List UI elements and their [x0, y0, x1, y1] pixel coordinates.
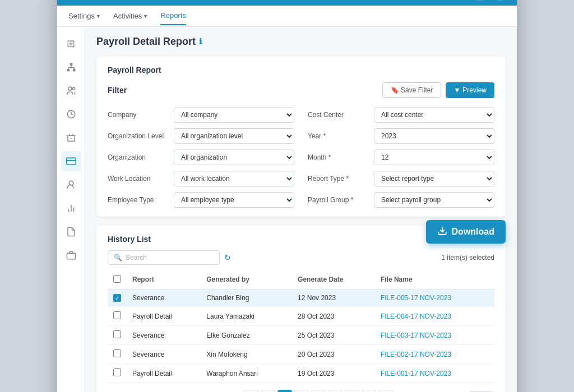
row-checkbox[interactable] — [113, 349, 121, 357]
history-header: History List Download — [108, 235, 494, 244]
row-generate-date: 25 Oct 2023 — [292, 326, 375, 345]
sidebar-item-dashboard[interactable]: ⊞ — [61, 34, 81, 54]
filter-label: Filter — [108, 86, 127, 95]
save-filter-button[interactable]: 🔖 Save Filter — [382, 82, 442, 98]
chevron-down-icon: ▾ — [144, 13, 147, 19]
payroll-group-select[interactable]: Select payroll group — [374, 192, 494, 208]
content-area: Payroll Detail Report ℹ Payroll Report F… — [85, 27, 517, 392]
table-row: Payroll Detail Waraphon Ansari 19 Oct 20… — [108, 364, 494, 383]
row-file-name[interactable]: FILE-001-17 NOV-2023 — [375, 364, 494, 383]
navbar-right: PT Linov Rokat Prestas ▾ EN ▾ 🔔 👤 — [359, 0, 508, 1]
employee-type-select[interactable]: All employee type — [174, 192, 294, 208]
select-all-checkbox[interactable] — [113, 275, 121, 283]
filter-org-level: Organization Level All organization leve… — [108, 128, 294, 144]
work-location-select[interactable]: All work location — [174, 171, 294, 186]
cost-center-select[interactable]: All cost center — [374, 107, 494, 123]
select-all-header — [108, 270, 127, 290]
page-prev-button[interactable]: ‹ — [261, 390, 275, 392]
preview-button[interactable]: ▼ Preview — [446, 82, 494, 98]
info-icon[interactable]: ℹ — [199, 37, 202, 46]
subnav-settings[interactable]: Settings ▾ — [68, 7, 100, 25]
row-report: Severance — [127, 289, 201, 307]
main-layout: ⊞ — [57, 27, 517, 392]
search-row: 🔍 ↻ 1 item(s) selected — [108, 250, 494, 265]
filter-organization: Organization All organization — [108, 150, 294, 165]
sidebar-item-attendance[interactable] — [61, 128, 81, 148]
sidebar-item-payroll[interactable] — [61, 151, 81, 171]
row-generated-by: Xin Mofokeng — [201, 345, 292, 364]
row-generated-by: Waraphon Ansari — [201, 364, 292, 383]
history-title: History List — [108, 235, 151, 244]
filter-cost-center: Cost Center All cost center — [308, 107, 494, 123]
row-generated-by: Laura Yamazaki — [201, 307, 292, 326]
download-button[interactable]: Download — [426, 220, 506, 244]
row-report: Severance — [127, 345, 201, 364]
svg-point-7 — [68, 87, 71, 90]
org-level-select[interactable]: All organization level — [174, 128, 294, 144]
filter-icon: ▼ — [453, 86, 460, 94]
page-last-button[interactable]: » — [378, 390, 393, 392]
sidebar-item-organization[interactable] — [61, 57, 81, 77]
sidebar-item-documents[interactable] — [61, 222, 81, 242]
page-next-button[interactable]: › — [362, 390, 376, 392]
table-row: Payroll Detail Laura Yamazaki 28 Oct 202… — [108, 307, 494, 326]
history-table: Report Generated by Generate Date File N… — [108, 270, 494, 384]
row-checkbox[interactable] — [113, 311, 121, 319]
sidebar-item-time[interactable] — [61, 104, 81, 124]
notifications-button[interactable]: 🔔 — [472, 0, 488, 1]
row-generate-date: 20 Oct 2023 — [292, 345, 375, 364]
row-checkbox-cell — [108, 364, 127, 383]
page-5-button[interactable]: 5 — [345, 390, 359, 392]
page-4-button[interactable]: 4 — [328, 390, 342, 392]
row-file-name[interactable]: FILE-004-17 NOV-2023 — [375, 307, 494, 326]
year-select[interactable]: 202320222021 — [374, 128, 494, 144]
row-checkbox[interactable] — [113, 368, 121, 376]
filter-grid: Company All company Cost Center All cost… — [108, 107, 494, 208]
sidebar-item-loans[interactable] — [61, 245, 81, 265]
filter-report-type: Report Type * Select report type — [308, 171, 494, 186]
page-2-button[interactable]: 2 — [294, 390, 309, 392]
sub-navbar: Settings ▾ Activities ▾ Reports — [57, 6, 517, 27]
subnav-activities[interactable]: Activities ▾ — [113, 7, 147, 25]
table-row: ✓ Severance Chandler Bing 12 Nov 2023 FI… — [108, 289, 494, 307]
row-file-name[interactable]: FILE-003-17 NOV-2023 — [375, 326, 494, 345]
svg-rect-0 — [70, 63, 72, 66]
sidebar: ⊞ — [57, 27, 85, 392]
report-type-select[interactable]: Select report type — [374, 171, 494, 186]
row-generated-by: Elke Gonzalez — [201, 326, 292, 345]
search-icon: 🔍 — [114, 254, 122, 262]
col-generate-date: Generate Date — [292, 270, 375, 290]
row-generated-by: Chandler Bing — [201, 289, 292, 307]
sidebar-item-recruitment[interactable] — [61, 175, 81, 195]
svg-point-8 — [72, 87, 75, 90]
user-button[interactable]: 👤 — [492, 0, 508, 1]
pagination-buttons: « ‹ 1 2 3 4 5 › » — [244, 390, 393, 392]
row-generate-date: 28 Oct 2023 — [292, 307, 375, 326]
history-search-input[interactable] — [126, 254, 214, 262]
col-generated-by: Generated by — [201, 270, 292, 290]
filter-payroll-group: Payroll Group * Select payroll group — [308, 192, 494, 208]
month-select[interactable]: 12 — [374, 150, 494, 165]
organization-select[interactable]: All organization — [174, 150, 294, 165]
chevron-down-icon: ▾ — [97, 13, 100, 19]
row-generate-date: 19 Oct 2023 — [292, 364, 375, 383]
row-checkbox[interactable]: ✓ — [113, 294, 121, 302]
row-checkbox-cell — [108, 307, 127, 326]
sidebar-item-people[interactable] — [61, 81, 81, 101]
download-icon — [437, 226, 447, 238]
search-input-wrap: 🔍 — [108, 250, 220, 265]
subnav-reports[interactable]: Reports — [160, 7, 186, 25]
refresh-button[interactable]: ↻ — [224, 253, 231, 262]
company-select[interactable]: All company — [174, 107, 294, 123]
row-file-name[interactable]: FILE-002-17 NOV-2023 — [375, 345, 494, 364]
sidebar-item-reports[interactable] — [61, 198, 81, 218]
filter-employee-type: Employee Type All employee type — [108, 192, 294, 208]
page-first-button[interactable]: « — [244, 390, 258, 392]
row-checkbox-cell — [108, 345, 127, 364]
page-3-button[interactable]: 3 — [311, 390, 326, 392]
table-row: Severance Xin Mofokeng 20 Oct 2023 FILE-… — [108, 345, 494, 364]
row-checkbox[interactable] — [113, 330, 121, 338]
row-generate-date: 12 Nov 2023 — [292, 289, 375, 307]
row-file-name[interactable]: FILE-005-17 NOV-2023 — [375, 289, 494, 307]
page-1-button[interactable]: 1 — [277, 390, 292, 392]
